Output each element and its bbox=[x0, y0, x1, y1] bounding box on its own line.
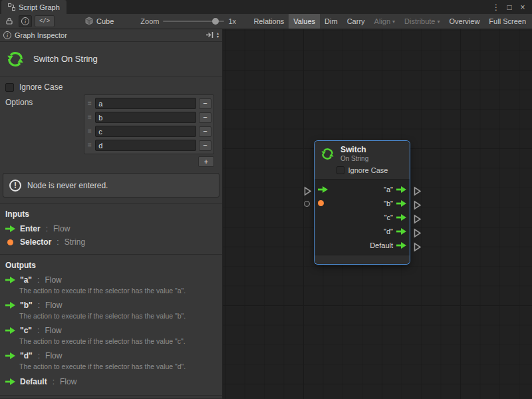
flow-arrow-icon bbox=[5, 225, 15, 232]
code-icon: </> bbox=[39, 18, 50, 25]
port-description: The action to execute if the selector ha… bbox=[0, 312, 222, 324]
selector-port-icon[interactable] bbox=[318, 200, 324, 206]
warning-icon: ! bbox=[9, 180, 21, 192]
options-list: = − = − = − bbox=[84, 94, 214, 154]
input-port-item: Enter : Flow bbox=[0, 222, 222, 235]
drag-handle-icon[interactable]: = bbox=[86, 128, 92, 135]
port-row: "a" bbox=[315, 182, 410, 196]
output-flow-socket[interactable] bbox=[413, 228, 422, 238]
script-graph-icon bbox=[8, 3, 15, 11]
panel-divider bbox=[0, 395, 222, 399]
output-flow-socket[interactable] bbox=[413, 242, 422, 252]
dock-icon[interactable] bbox=[205, 31, 214, 40]
option-input[interactable] bbox=[95, 140, 196, 151]
inspect-toggle-button[interactable]: i bbox=[19, 15, 32, 27]
lock-button[interactable] bbox=[3, 15, 16, 27]
remove-option-button[interactable]: − bbox=[199, 126, 211, 137]
overview-button[interactable]: Overview bbox=[445, 14, 485, 29]
switch-on-string-node[interactable]: Switch On String Ignore Case "a" bbox=[315, 141, 410, 264]
outputs-header: Outputs bbox=[0, 255, 222, 273]
output-port-item: Default : Flow bbox=[0, 375, 222, 388]
graph-toolbar: i </> Cube Zoom 1x Relations Values Dim … bbox=[0, 14, 532, 29]
zoom-slider-handle[interactable] bbox=[212, 18, 219, 25]
enter-port-icon[interactable] bbox=[318, 186, 328, 193]
options-section: Options = − = − bbox=[0, 93, 222, 167]
code-button[interactable]: </> bbox=[35, 15, 55, 27]
remove-option-button[interactable]: − bbox=[199, 98, 211, 109]
output-flow-socket[interactable] bbox=[413, 214, 422, 224]
ignore-case-checkbox[interactable] bbox=[336, 166, 344, 174]
node-title: Switch bbox=[340, 146, 368, 155]
distribute-button[interactable]: Distribute▾ bbox=[400, 14, 444, 29]
close-icon[interactable]: × bbox=[516, 3, 529, 12]
values-button[interactable]: Values bbox=[289, 14, 320, 29]
dim-button[interactable]: Dim bbox=[320, 14, 342, 29]
tab-bar: Script Graph ⋮ □ × bbox=[0, 0, 532, 14]
drag-handle-icon[interactable]: = bbox=[86, 100, 92, 107]
zoom-label: Zoom bbox=[140, 17, 159, 25]
input-port-item: Selector : String bbox=[0, 235, 222, 249]
tab-script-graph[interactable]: Script Graph bbox=[1, 0, 66, 14]
flow-arrow-icon bbox=[5, 378, 15, 385]
drag-handle-icon[interactable]: = bbox=[86, 142, 92, 149]
scroll-updown-icon[interactable]: ▴▾ bbox=[217, 32, 219, 39]
graph-owner-object[interactable]: Cube bbox=[85, 17, 114, 27]
chevron-down-icon: ▾ bbox=[392, 19, 395, 25]
outputs-section: Outputs "a" : Flow The action to execute… bbox=[0, 254, 222, 388]
option-input[interactable] bbox=[95, 112, 196, 123]
window-controls: ⋮ □ × bbox=[489, 0, 532, 14]
object-label: Cube bbox=[96, 17, 114, 25]
output-port-icon[interactable] bbox=[396, 200, 406, 207]
output-port-icon[interactable] bbox=[396, 186, 406, 193]
graph-inspector-panel: i Graph Inspector ▴▾ Switch On String bbox=[0, 29, 223, 399]
enter-flow-socket[interactable] bbox=[303, 186, 312, 196]
fullscreen-button[interactable]: Full Screen bbox=[484, 14, 531, 29]
output-flow-socket[interactable] bbox=[413, 200, 422, 210]
selector-value-socket[interactable] bbox=[304, 201, 310, 207]
flow-arrow-icon bbox=[5, 352, 15, 359]
option-row: = − bbox=[86, 138, 212, 152]
option-row: = − bbox=[86, 110, 212, 124]
node-header[interactable]: Switch On String bbox=[315, 141, 410, 164]
port-description: The action to execute if the selector ha… bbox=[0, 337, 222, 349]
graph-canvas[interactable]: Switch On String Ignore Case "a" bbox=[223, 29, 532, 399]
output-port-item: "b" : Flow bbox=[0, 299, 222, 312]
switch-unit-icon bbox=[320, 146, 335, 162]
remove-option-button[interactable]: − bbox=[199, 140, 211, 151]
drag-handle-icon[interactable]: = bbox=[86, 114, 92, 121]
output-port-icon[interactable] bbox=[396, 228, 406, 235]
unity-visual-scripting-window: Script Graph ⋮ □ × i </> Cube Zoom bbox=[0, 0, 532, 399]
inspector-header: i Graph Inspector ▴▾ bbox=[0, 29, 222, 42]
remove-option-button[interactable]: − bbox=[199, 112, 211, 123]
option-input[interactable] bbox=[95, 126, 196, 137]
warning-text: Node is never entered. bbox=[27, 181, 108, 190]
maximize-icon[interactable]: □ bbox=[503, 3, 516, 12]
inputs-section: Inputs Enter : Flow Selector : String bbox=[0, 203, 222, 249]
carry-button[interactable]: Carry bbox=[342, 14, 370, 29]
chevron-down-icon: ▾ bbox=[438, 19, 440, 25]
port-description: The action to execute if the selector ha… bbox=[0, 362, 222, 374]
node-ignore-case-row: Ignore Case bbox=[315, 164, 410, 180]
inspector-title: Graph Inspector bbox=[15, 31, 67, 39]
port-row: "c" bbox=[315, 210, 410, 224]
output-port-item: "a" : Flow bbox=[0, 273, 222, 287]
unit-title: Switch On String bbox=[33, 54, 98, 64]
output-port-icon[interactable] bbox=[396, 242, 406, 249]
option-input[interactable] bbox=[95, 98, 196, 109]
ignore-case-checkbox[interactable] bbox=[5, 83, 14, 92]
option-row: = − bbox=[86, 96, 212, 110]
align-button[interactable]: Align▾ bbox=[370, 14, 400, 29]
value-port-icon bbox=[7, 239, 13, 245]
flow-arrow-icon bbox=[5, 277, 15, 283]
output-flow-socket[interactable] bbox=[413, 186, 422, 196]
output-port-icon[interactable] bbox=[396, 214, 406, 221]
node-footer bbox=[315, 255, 410, 264]
add-option-button[interactable]: + bbox=[198, 156, 214, 167]
option-row: = − bbox=[86, 124, 212, 138]
zoom-value: 1x bbox=[228, 17, 236, 25]
relations-button[interactable]: Relations bbox=[249, 14, 289, 29]
zoom-slider[interactable] bbox=[163, 17, 224, 26]
window-menu-icon[interactable]: ⋮ bbox=[489, 3, 503, 12]
toolbar-buttons: Relations Values Dim Carry Align▾ Distri… bbox=[249, 14, 531, 29]
port-row: "d" bbox=[315, 224, 410, 238]
